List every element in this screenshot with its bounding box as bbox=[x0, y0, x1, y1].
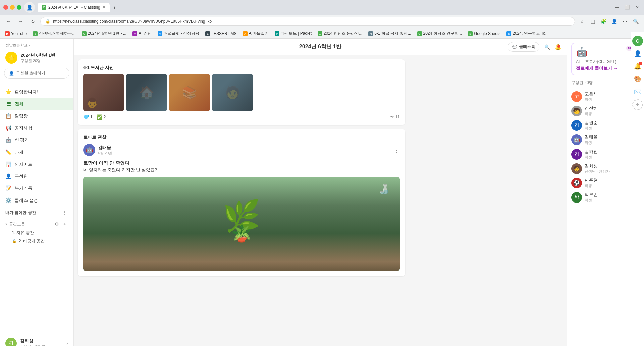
bookmark-cn2[interactable]: C 2024 청남조 연구학... bbox=[415, 30, 464, 37]
sidebar-item-ai-eval[interactable]: 🤖 AI 평가 bbox=[0, 134, 73, 146]
youtube-favicon: ▶ bbox=[5, 31, 10, 36]
library-photo-2[interactable]: 🏠 bbox=[126, 74, 167, 111]
tab-groups-icon[interactable]: ⬚ bbox=[588, 17, 597, 26]
new-tab-button[interactable]: + bbox=[110, 4, 119, 12]
sidebar-item-insight[interactable]: 📊 인사이트 bbox=[0, 158, 73, 170]
add-edge-button[interactable]: + bbox=[632, 99, 643, 110]
check-reaction[interactable]: ✅ 2 bbox=[97, 114, 106, 120]
bookmark-cls2-label: 6-1 학급 공지 홈페... bbox=[374, 31, 411, 36]
sidebar-item-settings[interactable]: ⚙️ 클래스 설정 bbox=[0, 194, 73, 207]
bookmark-pad[interactable]: P 다시보드 | Padlet bbox=[272, 30, 314, 37]
search-button[interactable]: 🔍 bbox=[543, 43, 551, 51]
star-icon[interactable]: ☆ bbox=[578, 17, 586, 26]
color-palette-edge-icon[interactable]: 🎨 bbox=[632, 74, 643, 84]
page-title: 2024년 6학년 1반 bbox=[299, 43, 341, 50]
tab-close-button[interactable]: ✕ bbox=[102, 5, 106, 10]
member-info: 김태율 학생 bbox=[585, 134, 598, 145]
bookmark-cls2[interactable]: N 6-1 학급 공지 홈페... bbox=[366, 30, 413, 37]
ai-cta-text: 젤로에게 물어보기 bbox=[576, 65, 612, 71]
sidebar-item-mylog[interactable]: 📝 누가기록 bbox=[0, 182, 73, 194]
profile-btn[interactable]: 👤 bbox=[610, 17, 619, 26]
forward-button[interactable]: → bbox=[16, 17, 25, 26]
bookmark-lms[interactable]: L LESSER LMS bbox=[203, 30, 239, 37]
bookmark-cn-label: 2024 청남조 온라인... bbox=[324, 31, 362, 36]
search-icon[interactable]: 🔍 bbox=[631, 17, 640, 26]
settings-label: 클래스 설정 bbox=[15, 197, 38, 204]
close-button[interactable] bbox=[3, 5, 8, 10]
sidebar-user-profile[interactable]: 김 김화성 선생님 · 관리자 › bbox=[0, 334, 73, 346]
tomato-photo[interactable]: 🌿 🪴 🍶 bbox=[83, 177, 400, 271]
notification-button[interactable]: 🔔 bbox=[555, 44, 561, 50]
win-restore[interactable]: ⬜ bbox=[624, 4, 631, 11]
active-tab[interactable]: C 2024년 6학년 1반 - Classting ✕ bbox=[38, 3, 110, 12]
like-reaction[interactable]: 🩵 1 bbox=[83, 114, 93, 120]
spaces-more-button[interactable]: ⋮ bbox=[61, 209, 68, 216]
yn-favicon: E bbox=[506, 31, 511, 36]
sidebar-item-all[interactable]: ☰ 전체 bbox=[0, 98, 73, 110]
library-photo-1[interactable]: 👦 bbox=[83, 74, 124, 111]
bookmark-ai[interactable]: A AI 러닝 bbox=[130, 30, 154, 37]
bookmark-ms[interactable]: M 매쓰플랫 - 선생님용 bbox=[155, 30, 202, 37]
refresh-button[interactable]: ↻ bbox=[28, 17, 38, 26]
extensions-icon[interactable]: 🧩 bbox=[599, 17, 608, 26]
win-minimize[interactable]: — bbox=[614, 4, 621, 11]
profile-edge-icon[interactable]: 👤 bbox=[632, 48, 643, 59]
notification-edge-icon[interactable]: 🔔 bbox=[632, 61, 643, 72]
announcement-label: 공지사항 bbox=[15, 125, 32, 131]
member-item[interactable]: 🧑 김화성 선생님 · 관리자 bbox=[571, 161, 640, 176]
member-name: 김태율 bbox=[585, 134, 598, 140]
bookmark-cls[interactable]: C 2024년 6학년 1반 - ... bbox=[79, 30, 129, 37]
space-group-header[interactable]: ▾ 공간모음 ⚙ + bbox=[5, 219, 68, 229]
space-add-icon[interactable]: + bbox=[61, 221, 68, 227]
library-post: 6-1 도서관 사진 👦 🏠 📚 bbox=[78, 59, 405, 125]
bookmark-youtube[interactable]: ▶ YouTube bbox=[3, 30, 29, 37]
mail-edge-icon[interactable]: ✉️ bbox=[632, 86, 643, 97]
library-photo-3[interactable]: 📚 bbox=[169, 74, 210, 111]
author-avatar: 🤖 bbox=[83, 144, 95, 156]
url-input[interactable]: 🔒 https://newclass.classting.com/classro… bbox=[40, 17, 575, 26]
member-item[interactable]: 김 김하진 학생 bbox=[571, 147, 640, 161]
invite-members-button[interactable]: 👤 구성원 초대하기 bbox=[4, 68, 69, 79]
bookmark-sg[interactable]: S 선생님과 함께하는... bbox=[31, 30, 78, 37]
minimize-button[interactable] bbox=[10, 5, 15, 10]
member-item[interactable]: 🤖 김태율 학생 bbox=[571, 132, 640, 147]
bookmark-cn2-label: 2024 청남조 연구학... bbox=[423, 31, 462, 36]
win-close[interactable]: ✕ bbox=[634, 4, 641, 11]
all-label: 전체 bbox=[15, 101, 23, 107]
member-item[interactable]: 고 고은채 학생 bbox=[571, 89, 640, 104]
member-item[interactable]: ⚽ 민준현 학생 bbox=[571, 176, 640, 190]
aim-favicon: A bbox=[243, 31, 248, 36]
classting-logo-icon[interactable]: C bbox=[632, 36, 643, 46]
bookmark-aim[interactable]: A AI마을일기 bbox=[240, 30, 271, 37]
member-avatar: ⚽ bbox=[571, 178, 582, 188]
sidebar-item-members[interactable]: 👤 구성원 bbox=[0, 170, 73, 182]
classbook-label: 클래스톡 bbox=[519, 44, 535, 50]
post-options-button[interactable]: ⋮ bbox=[394, 146, 400, 154]
school-breadcrumb[interactable]: 정남초등학교 › bbox=[0, 39, 73, 50]
maximize-button[interactable] bbox=[17, 5, 21, 10]
sidebar-item-announcement[interactable]: 📢 공지사항 bbox=[0, 122, 73, 134]
bookmark-yn[interactable]: E 2024. 연구학교 To... bbox=[504, 30, 551, 37]
back-button[interactable]: ← bbox=[4, 17, 13, 26]
announcement-icon: 📢 bbox=[5, 125, 11, 131]
sidebar-item-assignment[interactable]: ✏️ 과제 bbox=[0, 146, 73, 158]
bookmark-cls-label: 2024년 6학년 1반 - ... bbox=[88, 31, 126, 36]
bookmark-sg-label: 선생님과 함께하는... bbox=[39, 31, 75, 36]
space-gear-icon[interactable]: ⚙ bbox=[53, 221, 60, 227]
classbook-button[interactable]: 💬 클래스톡 bbox=[508, 42, 539, 52]
member-item[interactable]: 박 박루빈 학생 bbox=[571, 190, 640, 205]
member-item[interactable]: 🧒 김선혜 학생 bbox=[571, 104, 640, 118]
member-role: 학생 bbox=[585, 97, 598, 102]
url-text: https://newclass.classting.com/classroom… bbox=[53, 19, 570, 24]
check-count: 2 bbox=[104, 115, 106, 119]
library-photo-4[interactable]: 🧑 bbox=[212, 74, 253, 111]
more-options-icon[interactable]: ⋯ bbox=[621, 17, 629, 26]
ai-assistant-banner[interactable]: NEW 🤖 AI 보조교사(ChatGPT) 젤로에게 물어보기 → bbox=[571, 43, 640, 75]
bookmark-cn[interactable]: C 2024 청남조 온라인... bbox=[315, 30, 365, 37]
space-item-free[interactable]: 1. 자유 공간 bbox=[5, 229, 68, 237]
bookmark-gs[interactable]: S Google Sheets bbox=[466, 30, 503, 37]
member-item[interactable]: 김 김원준 학생 bbox=[571, 118, 640, 132]
space-item-private[interactable]: 🔒 2. 비공개 공간 bbox=[5, 237, 68, 245]
cls-favicon: C bbox=[82, 31, 87, 36]
sidebar-item-notice[interactable]: 📋 알림장 bbox=[0, 110, 73, 122]
